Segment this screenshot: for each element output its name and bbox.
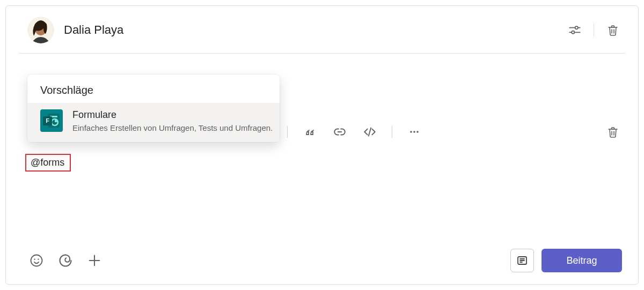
suggestion-name: Formulare <box>72 109 268 121</box>
svg-point-21 <box>34 259 35 260</box>
svg-point-22 <box>38 259 39 260</box>
divider <box>594 23 594 37</box>
post-button[interactable]: Beitrag <box>541 249 622 272</box>
avatar[interactable] <box>27 17 54 43</box>
settings-sliders-icon[interactable] <box>566 21 584 39</box>
compose-card: Dalia Playa <box>5 5 639 285</box>
emoji-icon[interactable] <box>27 251 46 270</box>
more-icon[interactable] <box>405 123 423 141</box>
header-actions <box>566 21 622 39</box>
header-divider <box>19 53 625 54</box>
plus-icon[interactable] <box>85 251 104 270</box>
quote-icon[interactable] <box>301 123 319 141</box>
compose-footer: Beitrag <box>27 249 622 272</box>
svg-point-6 <box>572 31 574 34</box>
code-icon[interactable] <box>361 123 379 141</box>
author-block: Dalia Playa <box>27 17 123 43</box>
trash-icon[interactable] <box>604 123 622 141</box>
svg-point-20 <box>31 255 42 266</box>
svg-point-10 <box>410 131 412 133</box>
mention-input-text[interactable]: @forms <box>25 154 71 172</box>
svg-point-12 <box>416 131 419 133</box>
forms-app-icon: F <box>40 109 63 132</box>
svg-line-9 <box>369 128 371 136</box>
author-name: Dalia Playa <box>64 23 123 37</box>
suggestion-item-forms[interactable]: F Formulare Einfaches Erstellen von Umfr… <box>27 103 280 142</box>
loop-component-icon[interactable] <box>56 251 75 270</box>
compose-header: Dalia Playa <box>6 6 638 53</box>
post-button-label: Beitrag <box>566 255 597 266</box>
mention-suggestions-popup: Vorschläge F Formulare Einfaches Erstell… <box>27 75 280 142</box>
compose-options-icon[interactable] <box>510 249 534 272</box>
svg-point-5 <box>575 26 578 29</box>
divider <box>392 126 392 138</box>
svg-text:F: F <box>46 117 49 124</box>
trash-icon[interactable] <box>604 21 622 39</box>
link-icon[interactable] <box>331 123 349 141</box>
divider <box>287 126 288 138</box>
suggestions-title: Vorschläge <box>27 75 280 103</box>
svg-point-11 <box>413 131 415 133</box>
suggestion-description: Einfaches Erstellen von Umfragen, Tests … <box>72 123 268 132</box>
